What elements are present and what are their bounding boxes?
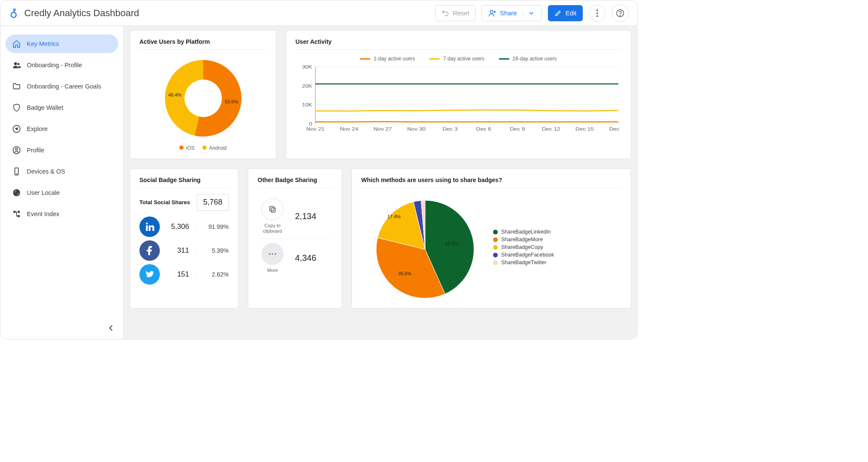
- globe-icon: [12, 188, 21, 197]
- share-dropdown-icon[interactable]: [523, 11, 536, 15]
- svg-rect-16: [14, 211, 16, 213]
- help-button[interactable]: [612, 5, 629, 22]
- svg-rect-17: [18, 211, 20, 213]
- sidebar-item-event-index[interactable]: Event Index: [6, 205, 118, 223]
- sidebar-item-explore[interactable]: Explore: [6, 120, 118, 138]
- linkedin-icon: [139, 217, 160, 237]
- sidebar: Key Metrics Onboarding - Profile Onboard…: [0, 26, 124, 339]
- card-share-methods: Which methods are users using to share b…: [352, 168, 631, 308]
- chevron-left-icon: [109, 325, 113, 331]
- legend-ios: iOS: [186, 145, 195, 151]
- legend-android: Android: [209, 145, 227, 151]
- sidebar-item-label: Explore: [27, 125, 48, 132]
- pie-chart: 43.3%35.5%17.4%: [361, 194, 485, 300]
- pie-legend-item: ShareBadgeTwitter: [493, 260, 554, 265]
- svg-point-9: [17, 63, 20, 65]
- social-row-facebook: 3115.39%: [139, 240, 229, 261]
- other-row: More4,346: [258, 239, 332, 277]
- svg-point-1: [14, 9, 15, 11]
- svg-point-12: [16, 148, 18, 150]
- svg-text:Dec 6: Dec 6: [476, 126, 491, 131]
- pie-legend-label: ShareBadgeCopy: [501, 244, 543, 250]
- sidebar-item-profile[interactable]: Profile: [6, 141, 118, 160]
- sidebar-item-onboarding-career[interactable]: Onboarding - Career Goals: [6, 77, 118, 96]
- total-shares-value: 5,768: [197, 194, 229, 211]
- other-value: 2,134: [295, 211, 316, 221]
- svg-point-2: [490, 10, 493, 13]
- pie-legend-label: ShareBadgeTwitter: [501, 260, 546, 265]
- person-icon: [12, 146, 21, 154]
- other-label: More: [267, 268, 278, 273]
- svg-rect-18: [18, 215, 20, 217]
- svg-point-43: [272, 253, 273, 255]
- sidebar-item-label: Onboarding - Career Goals: [27, 83, 101, 90]
- tree-icon: [12, 210, 21, 218]
- svg-text:30K: 30K: [302, 65, 312, 70]
- app-logo-icon: [9, 9, 18, 18]
- pie-legend: ShareBadgeLinkedInShareBadgeMoreShareBad…: [493, 227, 554, 267]
- sidebar-item-key-metrics[interactable]: Key Metrics: [6, 34, 118, 53]
- undo-icon: [442, 9, 449, 17]
- pie-legend-label: ShareBadgeLinkedIn: [501, 229, 551, 235]
- sidebar-item-onboarding-profile[interactable]: Onboarding - Profile: [6, 56, 118, 74]
- svg-text:Dec 3: Dec 3: [443, 126, 458, 131]
- svg-point-5: [596, 15, 598, 17]
- svg-text:Nov 27: Nov 27: [374, 126, 392, 131]
- more-menu-button[interactable]: [589, 5, 606, 22]
- svg-point-42: [269, 253, 270, 255]
- social-row-twitter: 1512.62%: [139, 264, 229, 285]
- pie-legend-label: ShareBadgeFacebook: [501, 252, 554, 258]
- social-percent: 91.99%: [195, 223, 229, 230]
- sidebar-item-label: Profile: [27, 147, 44, 154]
- other-label: Copy to clipboard: [258, 223, 287, 234]
- social-count: 151: [166, 270, 189, 279]
- pie-legend-label: ShareBadgeMore: [501, 237, 543, 242]
- edit-button[interactable]: Edit: [548, 5, 583, 21]
- edit-label: Edit: [565, 9, 576, 17]
- svg-point-0: [11, 12, 16, 17]
- more-horizontal-icon: [261, 243, 284, 265]
- card-title: Other Badge Sharing: [258, 177, 332, 188]
- svg-text:10K: 10K: [302, 103, 312, 108]
- pencil-icon: [554, 9, 562, 17]
- other-value: 4,346: [295, 253, 316, 263]
- collapse-sidebar-button[interactable]: [109, 325, 113, 331]
- share-label: Share: [500, 9, 517, 17]
- legend-1day: 1-day active users: [374, 56, 415, 62]
- svg-rect-40: [271, 208, 275, 212]
- card-other-sharing: Other Badge Sharing Copy to clipboard2,1…: [248, 168, 342, 308]
- sidebar-item-badge-wallet[interactable]: Badge Wallet: [6, 98, 118, 117]
- sidebar-item-locale[interactable]: User Locale: [6, 183, 118, 202]
- compass-icon: [12, 125, 21, 133]
- svg-text:Nov 24: Nov 24: [340, 126, 358, 131]
- total-shares-label: Total Social Shares: [139, 199, 190, 205]
- home-icon: [12, 40, 21, 48]
- social-row-linkedin: 5,30691.99%: [139, 217, 229, 237]
- svg-point-7: [620, 15, 620, 15]
- legend-28day: 28-day active users: [513, 56, 557, 62]
- folder-icon: [12, 82, 21, 91]
- page-title: Credly Analytics Dashboard: [24, 8, 429, 19]
- reset-label: Reset: [453, 9, 469, 17]
- card-social-sharing: Social Badge Sharing Total Social Shares…: [130, 168, 238, 308]
- legend-7day: 7-day active users: [443, 56, 484, 62]
- svg-text:17.4%: 17.4%: [387, 214, 400, 219]
- line-legend: 1-day active users 7-day active users 28…: [295, 56, 621, 62]
- svg-text:35.5%: 35.5%: [398, 271, 411, 276]
- svg-text:Dec 18: Dec 18: [609, 126, 621, 131]
- people-icon: [12, 61, 21, 69]
- share-button[interactable]: Share: [482, 5, 542, 21]
- svg-point-8: [14, 62, 17, 65]
- reset-button[interactable]: Reset: [435, 5, 476, 21]
- other-row: Copy to clipboard2,134: [258, 194, 332, 239]
- person-add-icon: [488, 9, 496, 17]
- sidebar-item-devices[interactable]: Devices & OS: [6, 162, 118, 181]
- pie-legend-item: ShareBadgeLinkedIn: [493, 229, 554, 235]
- card-title: User Activity: [295, 38, 621, 50]
- card-title: Which methods are users using to share b…: [361, 177, 621, 188]
- help-icon: [616, 9, 624, 17]
- copy-icon: [261, 198, 284, 220]
- svg-text:0: 0: [309, 121, 312, 126]
- pie-legend-item: ShareBadgeFacebook: [493, 252, 554, 258]
- svg-text:20K: 20K: [302, 83, 312, 88]
